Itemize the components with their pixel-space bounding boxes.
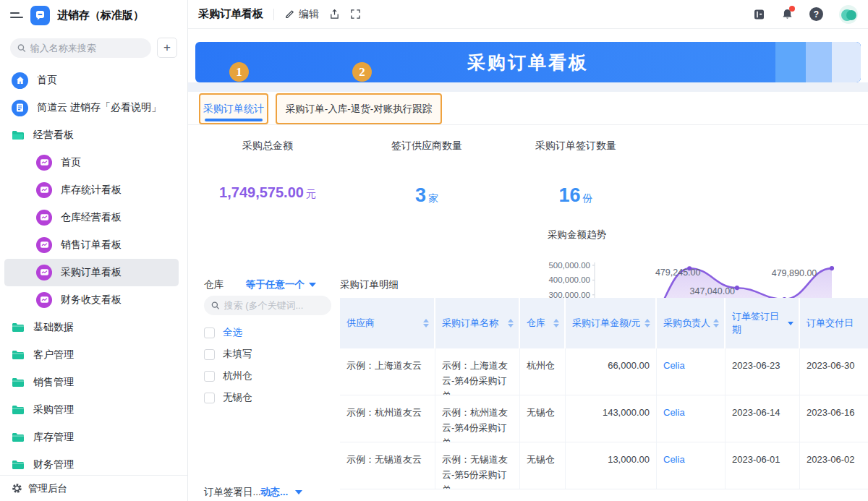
dashboard-banner: 采购订单看板 — [195, 42, 861, 82]
checkbox[interactable] — [204, 393, 215, 403]
sidebar-item-home[interactable]: 首页 — [0, 67, 187, 94]
sidebar-folder-1[interactable]: 客户管理 — [0, 341, 187, 369]
sidebar-board-item-2[interactable]: 仓库经营看板 — [4, 204, 179, 231]
table-title: 采购订单明细 — [340, 278, 399, 291]
sidebar-item-guide[interactable]: 简道云 进销存「必看说明」 — [0, 94, 187, 121]
sidebar-folder-2[interactable]: 销售管理 — [0, 369, 187, 396]
sidebar-folder-boards[interactable]: 经营看板 — [0, 121, 187, 149]
filter-operator-dropdown[interactable]: 等于任意一个 — [246, 278, 316, 291]
filter-search-input[interactable] — [224, 300, 324, 311]
folder-icon — [12, 377, 25, 387]
sidebar-board-item-3[interactable]: 销售订单看板 — [4, 231, 179, 259]
sort-icon[interactable] — [644, 319, 650, 327]
dashboard-icon — [36, 182, 52, 198]
sidebar-header: 进销存（标准版） — [0, 0, 187, 30]
dashboard-icon — [36, 155, 52, 171]
topbar: 采购订单看板 编辑 ? — [188, 0, 868, 29]
sort-icon[interactable] — [713, 319, 719, 327]
active-tab-underline — [205, 119, 263, 121]
edit-button[interactable]: 编辑 — [284, 8, 319, 21]
column-header-4[interactable]: 采购负责人 — [657, 298, 726, 348]
warehouse-option-2[interactable]: 杭州仓 — [204, 365, 252, 387]
folder-icon — [12, 322, 25, 333]
warehouse-option-1[interactable]: 未填写 — [204, 343, 252, 365]
tab-purchase-order-stats[interactable]: 采购订单统计 — [199, 93, 268, 124]
column-header-1[interactable]: 采购订单名称 — [435, 298, 520, 348]
table-row-2[interactable]: 示例：无锡道友云示例：无锡道友云-第5份采购订单无锡仓13,000.00Celi… — [340, 442, 868, 489]
cell-delivery_date: 2023-06-30 — [800, 348, 868, 395]
annotation-badge-1: 1 — [229, 62, 249, 82]
stat-unit: 份 — [583, 192, 593, 204]
banner-title: 采购订单看板 — [467, 51, 589, 74]
sidebar-folder-4[interactable]: 库存管理 — [0, 424, 187, 451]
notifications-button[interactable] — [781, 8, 793, 20]
dashboard-content: 采购订单看板 1 2 采购订单统计 采购订单-入库-退货-对账执行跟踪 采购总金… — [188, 29, 868, 501]
cell-warehouse: 杭州仓 — [520, 348, 566, 395]
main-area: 采购订单看板 编辑 ? 采购订单看板 1 — [188, 0, 868, 501]
cell-warehouse: 无锡仓 — [520, 442, 566, 489]
cell-warehouse: 无锡仓 — [520, 395, 566, 442]
gear-icon — [12, 483, 22, 494]
workbench-button[interactable] — [753, 9, 765, 20]
table-row-1[interactable]: 示例：杭州道友云示例：杭州道友云-第4份采购订单无锡仓143,000.00Cel… — [340, 395, 868, 442]
sidebar-search-input[interactable] — [30, 43, 144, 53]
column-header-5[interactable]: 订单签订日期 — [726, 298, 800, 348]
cell-supplier: 示例：无锡道友云 — [340, 442, 435, 489]
cell-owner[interactable]: Celia — [657, 395, 726, 442]
sidebar-search[interactable] — [10, 38, 151, 58]
sidebar-folder-0[interactable]: 基础数据 — [0, 314, 187, 341]
filter-search[interactable] — [204, 296, 331, 315]
column-header-0[interactable]: 供应商 — [340, 298, 435, 348]
cell-supplier: 示例：杭州道友云 — [340, 395, 435, 442]
cell-owner[interactable]: Celia — [657, 442, 726, 489]
menu-icon[interactable] — [10, 12, 23, 18]
cell-owner[interactable]: Celia — [657, 348, 726, 395]
sort-icon[interactable] — [423, 319, 429, 327]
question-icon: ? — [809, 7, 823, 21]
fullscreen-button[interactable] — [350, 9, 361, 20]
tab-purchase-tracking[interactable]: 采购订单-入库-退货-对账执行跟踪 — [276, 93, 442, 124]
cell-sign_date: 2023-06-01 — [726, 442, 800, 489]
open-folder-icon — [12, 130, 25, 140]
stat-unit: 元 — [306, 188, 316, 200]
sidebar-folder-3[interactable]: 采购管理 — [0, 396, 187, 424]
checkbox[interactable] — [204, 371, 215, 382]
checkbox[interactable] — [204, 349, 215, 360]
warehouse-option-3[interactable]: 无锡仓 — [204, 387, 252, 408]
document-icon — [12, 100, 28, 116]
search-icon — [211, 301, 220, 310]
sidebar-board-item-0[interactable]: 首页 — [4, 149, 179, 176]
app-logo-icon[interactable] — [30, 6, 50, 25]
search-icon — [17, 43, 26, 53]
sidebar-board-item-5[interactable]: 财务收支看板 — [4, 286, 179, 314]
checkbox[interactable] — [204, 327, 215, 338]
help-button[interactable]: ? — [809, 7, 823, 21]
column-header-3[interactable]: 采购订单金额/元 — [566, 298, 657, 348]
sidebar-board-item-4[interactable]: 采购订单看板 — [4, 259, 179, 286]
workspace-title: 进销存（标准版） — [57, 9, 144, 22]
dashboard-icon — [36, 210, 52, 226]
stats-section: 采购总金额 1,749,575.00元 签订供应商数量 3家 采购订单签订数量 … — [188, 125, 868, 270]
share-button[interactable] — [329, 9, 340, 20]
column-header-6[interactable]: 订单交付日 — [800, 298, 868, 348]
warehouse-option-0[interactable]: 全选 — [204, 322, 252, 343]
sort-desc-icon[interactable] — [788, 322, 793, 325]
sidebar-nav: 首页 简道云 进销存「必看说明」 经营看板 首页库存统计看板仓库经营看板销售订单… — [0, 67, 187, 479]
sort-icon[interactable] — [553, 319, 559, 327]
sort-icon[interactable] — [508, 319, 514, 327]
table-row-0[interactable]: 示例：上海道友云示例：上海道友云-第4份采购订单杭州仓66,000.00Celi… — [340, 348, 868, 395]
chevron-down-icon — [295, 490, 302, 494]
folder-icon — [12, 432, 25, 442]
folder-icon — [12, 405, 25, 415]
admin-backstage[interactable]: 管理后台 — [0, 475, 187, 501]
add-button[interactable]: + — [157, 38, 177, 58]
sidebar-board-item-1[interactable]: 库存统计看板 — [4, 176, 179, 204]
lower-section: 仓库 等于任意一个 全选未填写杭州仓无锡仓 订单签署日... 动态... 采购订… — [188, 270, 868, 501]
date-filter-dropdown[interactable]: 动态... — [260, 486, 302, 499]
filter-field-label: 仓库 — [204, 278, 224, 291]
folder-icon — [12, 460, 25, 470]
user-avatar[interactable] — [839, 5, 858, 24]
cell-delivery_date: 2023-06-16 — [800, 395, 868, 442]
stat-supplier-count: 签订供应商数量 3家 — [376, 125, 477, 270]
column-header-2[interactable]: 仓库 — [520, 298, 566, 348]
